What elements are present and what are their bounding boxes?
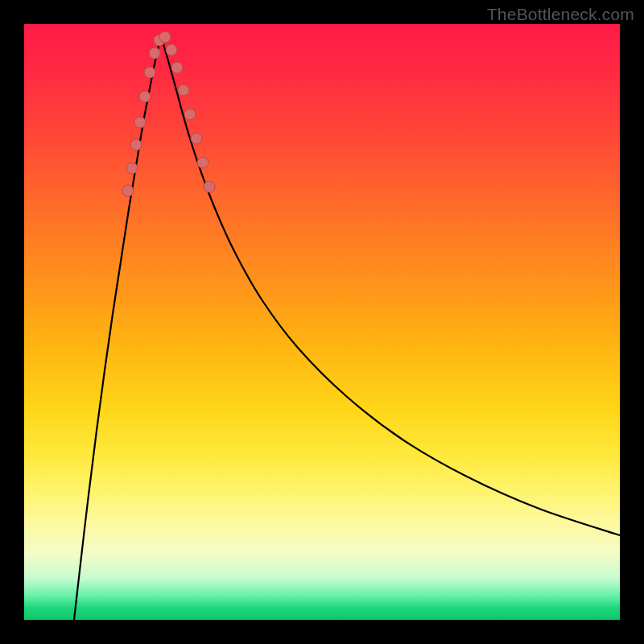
curve-marker bbox=[130, 139, 142, 151]
curve-marker bbox=[134, 117, 146, 128]
curve-svg bbox=[24, 24, 620, 620]
curve-marker bbox=[166, 44, 177, 56]
curve-marker bbox=[149, 47, 160, 59]
attribution-text: TheBottleneck.com bbox=[487, 5, 634, 24]
curve-marker bbox=[178, 85, 189, 96]
curve-marker bbox=[204, 181, 215, 192]
curve-marker bbox=[126, 163, 138, 174]
chart-frame: TheBottleneck.com bbox=[0, 0, 644, 644]
curve-marker bbox=[159, 31, 171, 43]
curve-marker bbox=[122, 185, 134, 196]
curve-marker bbox=[191, 133, 202, 144]
curve-right bbox=[161, 36, 620, 535]
plot-area bbox=[24, 24, 620, 620]
curve-marker bbox=[184, 109, 196, 120]
curve-marker bbox=[144, 67, 155, 78]
curve-marker bbox=[171, 62, 183, 73]
curve-marker bbox=[197, 157, 208, 168]
curve-left bbox=[74, 36, 161, 620]
curve-marker bbox=[139, 91, 151, 102]
